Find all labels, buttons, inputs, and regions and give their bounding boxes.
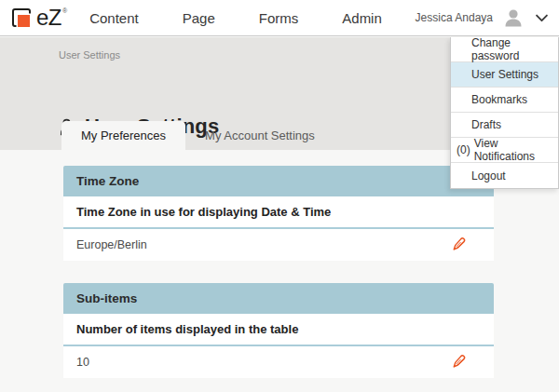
nav-item-content[interactable]: Content — [89, 10, 139, 26]
screen: eZ ® Content Page Forms Admin Jessica An… — [0, 0, 559, 392]
edit-pencil-icon — [452, 236, 466, 254]
tab-my-account-settings[interactable]: My Account Settings — [185, 121, 334, 150]
menu-item-drafts[interactable]: Drafts — [451, 113, 558, 138]
user-name: Jessica Andaya — [416, 11, 493, 24]
ez-logo-text: eZ — [36, 7, 61, 29]
avatar-silhouette-icon — [502, 7, 525, 29]
tab-my-preferences[interactable]: My Preferences — [61, 121, 185, 150]
edit-pencil-icon — [452, 353, 466, 372]
ez-logo-icon — [12, 8, 33, 29]
menu-item-bookmarks[interactable]: Bookmarks — [451, 88, 558, 113]
sub-items-field-label: Number of items displayed in the table — [63, 314, 494, 346]
sub-items-section: Sub-items Number of items displayed in t… — [63, 283, 494, 378]
nav-item-forms[interactable]: Forms — [259, 10, 299, 26]
nav-item-page[interactable]: Page — [183, 10, 215, 26]
tab-bar: My Preferences My Account Settings — [61, 121, 334, 150]
nav-item-admin[interactable]: Admin — [342, 10, 382, 26]
menu-item-view-notifications-label: View Notifications — [474, 137, 558, 163]
sub-items-value-row: 10 — [63, 346, 494, 378]
menu-item-logout[interactable]: Logout — [451, 163, 558, 188]
ez-logo-orange-square — [18, 15, 30, 27]
user-menu-trigger[interactable]: Jessica Andaya — [416, 7, 548, 29]
edit-sub-items-button[interactable] — [452, 353, 466, 372]
chevron-down-icon[interactable] — [536, 14, 548, 22]
edit-time-zone-button[interactable] — [452, 236, 466, 254]
breadcrumb: User Settings — [59, 49, 120, 61]
time-zone-value: Europe/Berlin — [76, 238, 147, 251]
main-nav: Content Page Forms Admin — [89, 10, 382, 26]
ez-logo[interactable]: eZ ® — [12, 7, 67, 29]
section-header-time-zone: Time Zone — [63, 166, 494, 196]
notification-count: (0) — [457, 143, 470, 156]
sub-items-value: 10 — [76, 356, 89, 369]
section-header-sub-items: Sub-items — [63, 283, 494, 314]
time-zone-value-row: Europe/Berlin — [63, 229, 494, 261]
time-zone-field-label: Time Zone in use for displaying Date & T… — [63, 196, 494, 229]
ez-logo-registered-mark: ® — [62, 7, 67, 14]
top-navigation-bar: eZ ® Content Page Forms Admin Jessica An… — [0, 0, 559, 36]
menu-item-user-settings[interactable]: User Settings — [451, 62, 558, 88]
user-dropdown-menu: Change password User Settings Bookmarks … — [450, 37, 559, 189]
menu-item-view-notifications[interactable]: (0) View Notifications — [451, 138, 558, 163]
menu-item-change-password[interactable]: Change password — [451, 37, 558, 62]
time-zone-section: Time Zone Time Zone in use for displayin… — [63, 166, 494, 261]
